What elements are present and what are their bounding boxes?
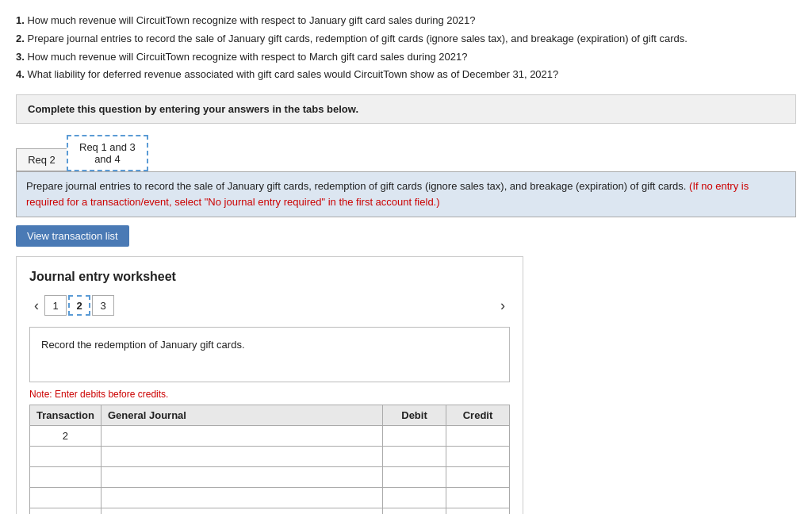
tabs-container: Req 2 Req 1 and 3and 4 xyxy=(16,135,796,171)
question-1: 1. How much revenue will CircuitTown rec… xyxy=(16,13,796,29)
next-page-button[interactable]: › xyxy=(496,296,510,316)
question-2: 2. Prepare journal entries to record the… xyxy=(16,31,796,48)
debit-input-1[interactable] xyxy=(388,430,441,442)
page-3-button[interactable]: 3 xyxy=(92,295,114,316)
credit-input-3[interactable] xyxy=(451,471,504,483)
credit-cell-5[interactable] xyxy=(446,508,510,514)
general-journal-cell-5[interactable] xyxy=(101,508,382,514)
col-header-transaction: Transaction xyxy=(30,405,102,426)
transaction-cell-5 xyxy=(30,508,102,514)
transaction-cell-4 xyxy=(30,488,102,508)
table-row xyxy=(30,447,510,467)
debit-cell-5[interactable] xyxy=(383,508,446,514)
journal-table: Transaction General Journal Debit Credit… xyxy=(29,405,510,514)
nav-row: ‹ 1 2 3 › xyxy=(29,295,510,316)
instruction-box: Prepare journal entries to record the sa… xyxy=(16,171,796,217)
general-journal-input-3[interactable] xyxy=(106,471,377,483)
general-journal-input-4[interactable] xyxy=(106,492,377,504)
col-header-credit: Credit xyxy=(446,405,510,426)
note-text: Note: Enter debits before credits. xyxy=(29,389,510,400)
debit-input-3[interactable] xyxy=(388,471,441,483)
credit-cell-4[interactable] xyxy=(446,488,510,508)
complete-box-text: Complete this question by entering your … xyxy=(28,103,358,115)
general-journal-cell-2[interactable] xyxy=(101,447,382,467)
transaction-cell-1: 2 xyxy=(30,426,102,447)
prev-page-button[interactable]: ‹ xyxy=(29,296,44,316)
table-row xyxy=(30,467,510,488)
general-journal-cell-4[interactable] xyxy=(101,488,382,508)
record-instruction-box: Record the redemption of January gift ca… xyxy=(29,327,510,382)
general-journal-input-2[interactable] xyxy=(106,451,377,462)
worksheet-title: Journal entry worksheet xyxy=(29,270,510,284)
debit-cell-4[interactable] xyxy=(383,488,446,508)
table-row xyxy=(30,508,510,514)
credit-cell-2[interactable] xyxy=(446,447,510,467)
debit-cell-2[interactable] xyxy=(383,447,446,467)
questions-section: 1. How much revenue will CircuitTown rec… xyxy=(16,13,796,83)
general-journal-input-1[interactable] xyxy=(106,430,377,442)
credit-input-1[interactable] xyxy=(451,430,504,442)
debit-input-2[interactable] xyxy=(388,451,441,462)
view-transaction-list-button[interactable]: View transaction list xyxy=(16,225,129,247)
transaction-cell-2 xyxy=(30,447,102,467)
debit-input-4[interactable] xyxy=(388,492,441,504)
transaction-cell-3 xyxy=(30,467,102,488)
record-instruction-text: Record the redemption of January gift ca… xyxy=(41,339,245,351)
complete-box: Complete this question by entering your … xyxy=(16,94,796,124)
tab-req2[interactable]: Req 2 xyxy=(16,148,67,171)
col-header-general-journal: General Journal xyxy=(101,405,382,426)
table-row: 2 xyxy=(30,426,510,447)
credit-input-4[interactable] xyxy=(451,492,504,504)
instruction-main: Prepare journal entries to record the sa… xyxy=(26,180,686,192)
question-3: 3. How much revenue will CircuitTown rec… xyxy=(16,49,796,66)
credit-cell-1[interactable] xyxy=(446,426,510,447)
col-header-debit: Debit xyxy=(383,405,446,426)
debit-cell-3[interactable] xyxy=(383,467,446,488)
credit-cell-3[interactable] xyxy=(446,467,510,488)
tab-req134[interactable]: Req 1 and 3and 4 xyxy=(67,135,148,171)
general-journal-cell-1[interactable] xyxy=(101,426,382,447)
page-1-button[interactable]: 1 xyxy=(44,295,67,316)
table-row xyxy=(30,488,510,508)
debit-cell-1[interactable] xyxy=(383,426,446,447)
page-2-button[interactable]: 2 xyxy=(68,295,90,316)
credit-input-2[interactable] xyxy=(451,451,504,462)
question-4: 4. What liability for deferred revenue a… xyxy=(16,67,796,83)
general-journal-cell-3[interactable] xyxy=(101,467,382,488)
worksheet-card: Journal entry worksheet ‹ 1 2 3 › Record… xyxy=(16,256,523,514)
